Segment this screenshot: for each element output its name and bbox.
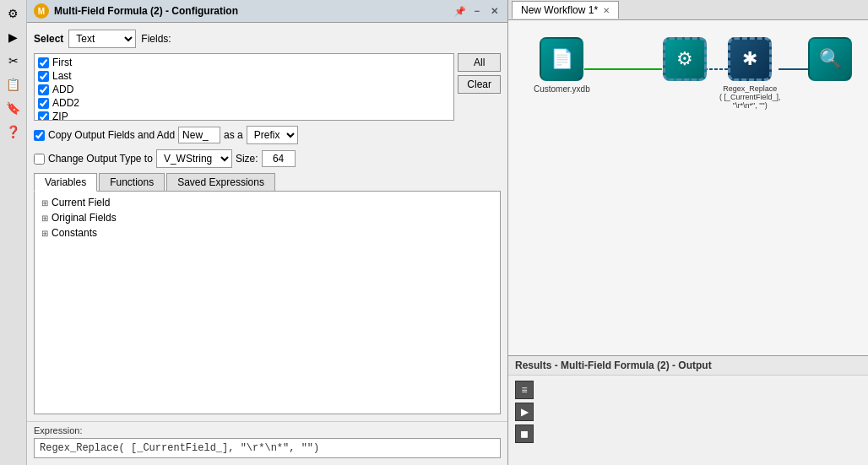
field-label-last: Last <box>52 70 72 82</box>
expand-icon-current: ⊞ <box>41 198 48 208</box>
select-dropdown[interactable]: Text Number Date String <box>68 30 136 48</box>
node-regex-label: Regex_Replace( [_CurrentField_],"\r*\n*"… <box>719 84 781 110</box>
tree-label-original: Original Fields <box>52 212 117 224</box>
workflow-tab-label: New Workflow 1* <box>521 4 598 16</box>
results-panel: Results - Multi-Field Formula (2) - Outp… <box>508 355 868 465</box>
select-label: Select <box>34 33 63 45</box>
fields-buttons: All Clear <box>458 53 501 121</box>
field-item-first[interactable]: First <box>36 56 452 69</box>
tree-label-current: Current Field <box>52 197 110 208</box>
field-checkbox-add[interactable] <box>38 84 49 95</box>
left-toolbar: ⚙ ▶ ✂ 📋 🔖 ❓ <box>0 0 27 465</box>
toolbar-icon-5[interactable]: 🔖 <box>3 98 24 118</box>
tree-label-constants: Constants <box>52 227 97 239</box>
copy-output-prefix-input[interactable] <box>178 127 220 143</box>
results-data-button[interactable]: ◼ <box>515 424 534 443</box>
prefix-suffix-select[interactable]: Prefix Suffix <box>247 126 298 144</box>
title-controls: 📌 − ✕ <box>453 4 501 18</box>
change-output-row: Change Output Type to V_WString String W… <box>34 149 501 168</box>
output-type-select[interactable]: V_WString String WString <box>156 149 232 168</box>
config-title: Multi-Field Formula (2) - Configuration <box>54 5 238 17</box>
field-label-add: ADD <box>52 84 73 95</box>
field-item-add2[interactable]: ADD2 <box>36 96 452 110</box>
close-button[interactable]: ✕ <box>487 4 501 18</box>
results-toolbar: ≡ ▶ ◼ <box>508 376 868 448</box>
toolbar-icon-6[interactable]: ❓ <box>3 122 24 142</box>
toolbar-icon-3[interactable]: ✂ <box>3 51 24 71</box>
node-customer-label: Customer.yxdb <box>534 84 590 94</box>
field-item-add[interactable]: ADD <box>36 83 452 96</box>
expression-input[interactable] <box>34 438 501 458</box>
field-checkbox-last[interactable] <box>38 71 49 82</box>
workflow-tab-bar: New Workflow 1* ✕ <box>508 0 868 20</box>
field-label-first: First <box>52 57 72 68</box>
tab-saved-expressions[interactable]: Saved Expressions <box>166 173 275 191</box>
tab-variables[interactable]: Variables <box>34 173 97 192</box>
field-item-last[interactable]: Last <box>36 69 452 83</box>
copy-output-label: Copy Output Fields and Add <box>48 129 175 141</box>
field-checkbox-add2[interactable] <box>38 98 49 109</box>
size-label: Size: <box>236 153 258 165</box>
tree-item-constants[interactable]: ⊞ Constants <box>38 225 496 241</box>
fields-section: First Last ADD ADD2 ZIP <box>34 53 501 121</box>
pin-button[interactable]: 📌 <box>453 4 467 18</box>
change-output-checkbox[interactable] <box>34 154 45 165</box>
minimize-button[interactable]: − <box>470 4 484 18</box>
workflow-tab[interactable]: New Workflow 1* ✕ <box>512 1 619 19</box>
config-body: Select Text Number Date String Fields: F… <box>27 23 507 421</box>
select-row: Select Text Number Date String Fields: <box>34 30 501 48</box>
toolbar-icon-4[interactable]: 📋 <box>3 74 24 95</box>
expand-icon-original: ⊞ <box>41 214 48 223</box>
expression-label: Expression: <box>34 425 501 435</box>
results-list-button[interactable]: ≡ <box>515 381 534 399</box>
expression-section: Expression: <box>27 421 507 465</box>
results-header: Results - Multi-Field Formula (2) - Outp… <box>508 356 868 376</box>
title-bar: M Multi-Field Formula (2) - Configuratio… <box>27 0 507 23</box>
canvas-area[interactable]: 📄 Customer.yxdb ⚙ ✱ Regex_Replace( [_Cur… <box>508 20 868 355</box>
copy-output-checkbox[interactable] <box>34 130 45 141</box>
title-bar-left: M Multi-Field Formula (2) - Configuratio… <box>34 3 238 19</box>
node-output[interactable]: 🔍 <box>808 37 852 81</box>
tab-bar: Variables Functions Saved Expressions <box>34 173 501 192</box>
results-run-button[interactable]: ▶ <box>515 403 534 421</box>
tab-functions[interactable]: Functions <box>99 173 165 191</box>
node-customer[interactable]: 📄 Customer.yxdb <box>534 37 590 94</box>
clear-button[interactable]: Clear <box>458 75 501 94</box>
change-output-label: Change Output Type to <box>48 153 153 165</box>
workflow-close-icon[interactable]: ✕ <box>603 6 610 15</box>
toolbar-icon-2[interactable]: ▶ <box>3 27 24 47</box>
field-label-add2: ADD2 <box>52 97 79 109</box>
workflow-panel: New Workflow 1* ✕ 📄 Customer.yxdb ⚙ ✱ Re… <box>508 0 868 465</box>
copy-output-row: Copy Output Fields and Add as a Prefix S… <box>34 126 501 144</box>
field-checkbox-first[interactable] <box>38 57 49 68</box>
expand-icon-constants: ⊞ <box>41 229 48 238</box>
field-label-zip: ZIP <box>52 111 68 121</box>
field-checkbox-zip[interactable] <box>38 111 49 122</box>
tree-item-current-field[interactable]: ⊞ Current Field <box>38 195 496 210</box>
config-panel: M Multi-Field Formula (2) - Configuratio… <box>27 0 508 465</box>
node-regex[interactable]: ✱ Regex_Replace( [_CurrentField_],"\r*\n… <box>719 37 781 110</box>
node-middle[interactable]: ⚙ <box>663 37 707 81</box>
app-logo: M <box>34 3 49 19</box>
all-button[interactable]: All <box>458 53 501 72</box>
tree-item-original-fields[interactable]: ⊞ Original Fields <box>38 210 496 225</box>
size-input[interactable] <box>262 150 296 167</box>
fields-label: Fields: <box>141 33 171 45</box>
toolbar-icon-1[interactable]: ⚙ <box>3 3 24 24</box>
tab-content: ⊞ Current Field ⊞ Original Fields ⊞ Cons… <box>34 192 501 414</box>
as-label: as a <box>224 129 243 141</box>
fields-list: First Last ADD ADD2 ZIP <box>34 53 454 121</box>
field-item-zip[interactable]: ZIP <box>36 110 452 121</box>
tabs-section: Variables Functions Saved Expressions ⊞ … <box>34 173 501 414</box>
